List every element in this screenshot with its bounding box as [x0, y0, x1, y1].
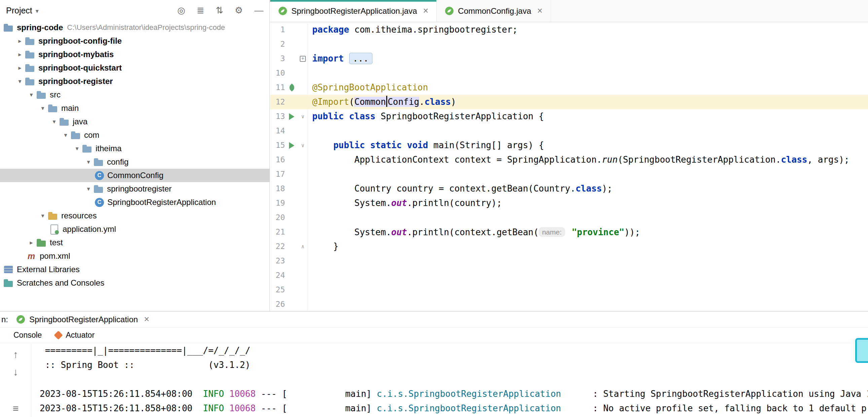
tree-item-commonconfig[interactable]: CCommonConfig [0, 169, 270, 182]
code-line[interactable]: 18 Country country = context.getBean(Cou… [270, 181, 868, 196]
soft-wrap-icon[interactable]: ≡ [13, 404, 19, 414]
settings-icon[interactable]: ⚙ [235, 6, 243, 15]
hide-panel-icon[interactable]: — [254, 6, 264, 15]
tree-item-src[interactable]: ▾src [0, 88, 270, 102]
run-panel-label: n: [0, 315, 11, 324]
tree-item-pom-xml[interactable]: mpom.xml [0, 249, 270, 263]
code-line[interactable]: 25 [270, 283, 868, 297]
tree-item-springboot-quickstart[interactable]: ▸springboot-quickstart [0, 61, 270, 75]
fold-down-icon[interactable]: ∨ [299, 109, 307, 124]
tree-item-itheima[interactable]: ▾itheima [0, 142, 270, 155]
down-icon[interactable]: ↓ [13, 367, 18, 377]
tree-item-spring-code[interactable]: spring-codeC:\Users\Administrator\ideaPr… [0, 21, 270, 34]
chevron-right-icon[interactable]: ▸ [15, 64, 25, 72]
chevron-down-icon[interactable]: ▾ [61, 131, 71, 139]
sort-icon[interactable]: ⇅ [216, 6, 223, 15]
code-line[interactable]: 1package com.itheima.springbootregister; [270, 23, 868, 37]
tree-item-springbootregister[interactable]: ▾springbootregister [0, 182, 270, 196]
chevron-right-icon[interactable]: ▸ [15, 51, 25, 58]
fold-spacer [299, 152, 307, 167]
run-config-tab[interactable]: SpringbootRegisterApplication × [11, 312, 154, 327]
close-icon[interactable]: × [144, 315, 149, 324]
code-line[interactable]: 21 System.out.println(context.getBean(na… [270, 225, 868, 239]
tree-item-path: C:\Users\Administrator\ideaProjects\spri… [67, 23, 225, 32]
project-tree: spring-codeC:\Users\Administrator\ideaPr… [0, 21, 270, 290]
fold-up-icon[interactable]: ∧ [299, 239, 307, 254]
tree-item-resources[interactable]: ▾resources [0, 209, 270, 222]
tree-indent [0, 189, 84, 189]
code-line[interactable]: 15∨ public static void main(String[] arg… [270, 138, 868, 152]
code-line[interactable]: 24 [270, 268, 868, 283]
run-icon[interactable] [285, 109, 299, 124]
tree-item-main[interactable]: ▾main [0, 102, 270, 115]
chevron-down-icon[interactable]: ▾ [72, 145, 82, 152]
code-line[interactable]: 10 [270, 66, 868, 80]
spring-bean-icon[interactable] [285, 80, 299, 95]
code-line[interactable]: 13∨public class SpringbootRegisterApplic… [270, 109, 868, 124]
tree-indent [0, 135, 61, 135]
console-output[interactable]: =========|_|==============|___/=/_/_/_/ … [32, 343, 868, 417]
chevron-down-icon[interactable]: ▾ [26, 91, 36, 99]
console-line [40, 372, 868, 387]
run-panel-header: n: SpringbootRegisterApplication × [0, 312, 868, 327]
fold-down-icon[interactable]: ∨ [299, 138, 307, 152]
code-line[interactable]: 22∧ } [270, 239, 868, 254]
code-line[interactable]: 14 [270, 124, 868, 138]
code-line[interactable]: 2 [270, 37, 868, 51]
tree-indent [0, 95, 26, 95]
tree-indent [0, 55, 15, 55]
tab-console[interactable]: Console [7, 327, 49, 343]
chevron-right-icon[interactable]: ▸ [15, 37, 25, 45]
chevron-right-icon[interactable]: ▸ [26, 239, 36, 246]
up-icon[interactable]: ↑ [13, 349, 18, 359]
tree-item-java[interactable]: ▾java [0, 115, 270, 128]
close-icon[interactable]: × [423, 6, 429, 15]
code-line[interactable]: 20 [270, 210, 868, 225]
folder-icon [25, 36, 35, 46]
chevron-down-icon[interactable]: ▾ [38, 212, 48, 219]
project-header-icons: ◎≣⇅⚙— [177, 6, 264, 15]
tab-actuator[interactable]: Actuator [49, 327, 101, 343]
editor-tab-springbootregisterapplication-java[interactable]: SpringbootRegisterApplication.java× [270, 0, 437, 22]
tree-item-springbootregisterapplication[interactable]: CSpringbootRegisterApplication [0, 196, 270, 209]
tree-item-config[interactable]: ▾config [0, 155, 270, 169]
code-line[interactable]: 17 [270, 167, 868, 181]
tree-item-springboot-register[interactable]: ▾springboot-register [0, 75, 270, 88]
code-line[interactable]: 16 ApplicationContext context = SpringAp… [270, 152, 868, 167]
collapse-all-icon[interactable]: ≣ [197, 6, 205, 15]
tree-item-springboot-config-file[interactable]: ▸springboot-config-file [0, 34, 270, 48]
tree-indent [0, 28, 3, 28]
tree-item-test[interactable]: ▸test [0, 236, 270, 249]
close-icon[interactable]: × [537, 6, 542, 15]
console-line: =========|_|==============|___/=/_/_/_/ [40, 343, 868, 358]
tree-item-label: pom.xml [40, 251, 70, 261]
folder-icon [25, 63, 35, 73]
fold-plus-icon[interactable]: + [299, 51, 307, 66]
gutter-spacer [285, 152, 299, 167]
chevron-down-icon[interactable]: ▾ [84, 185, 94, 193]
code-line[interactable]: 23 [270, 254, 868, 268]
code-line[interactable]: 12@Import(CommonConfig.class) [270, 95, 868, 109]
code-text [307, 268, 868, 283]
locate-icon[interactable]: ◎ [177, 6, 185, 15]
tree-item-external-libraries[interactable]: External Libraries [0, 263, 270, 276]
code-line[interactable]: 3+import ... [270, 51, 868, 66]
tree-item-springboot-mybatis[interactable]: ▸springboot-mybatis [0, 48, 270, 61]
code-line[interactable]: 19 System.out.println(country); [270, 196, 868, 210]
run-icon[interactable] [285, 138, 299, 152]
editor-code[interactable]: 1package com.itheima.springbootregister;… [270, 23, 868, 311]
chevron-down-icon[interactable]: ▾ [49, 118, 59, 125]
chevron-down-icon[interactable]: ▾ [84, 158, 94, 166]
fold-spacer [299, 66, 307, 80]
tree-item-scratches-and-consoles[interactable]: Scratches and Consoles [0, 276, 270, 290]
tree-item-application-yml[interactable]: application.yml [0, 222, 270, 236]
chevron-down-icon[interactable]: ▾ [38, 104, 48, 112]
chevron-down-icon[interactable]: ▾ [15, 78, 25, 85]
line-number: 15 [270, 138, 285, 152]
project-dropdown[interactable]: Project ▾ [6, 6, 39, 15]
tree-item-com[interactable]: ▾com [0, 128, 270, 142]
editor-tab-commonconfig-java[interactable]: CommonConfig.java× [437, 0, 551, 22]
tree-item-label: CommonConfig [107, 171, 163, 180]
code-line[interactable]: 11@SpringBootApplication [270, 80, 868, 95]
code-line[interactable]: 26 [270, 297, 868, 311]
